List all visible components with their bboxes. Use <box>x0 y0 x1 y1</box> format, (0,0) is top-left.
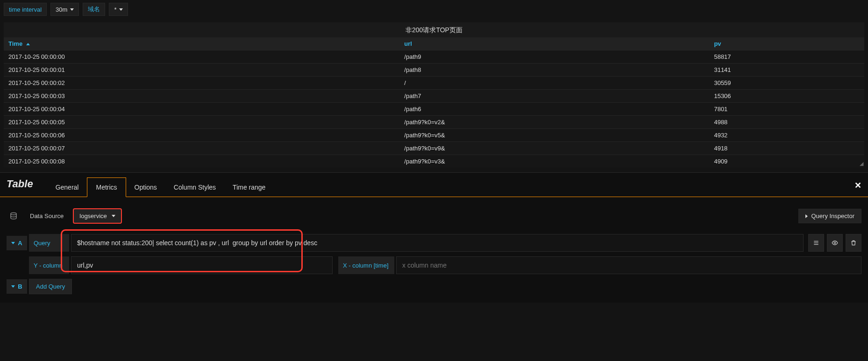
table-panel: 非200请求TOP页面 Time url pv 2017-10-25 00:00… <box>4 22 864 168</box>
cell-time: 2017-10-25 00:00:06 <box>4 129 399 142</box>
tab-column-styles[interactable]: Column Styles <box>165 178 224 197</box>
table-row[interactable]: 2017-10-25 00:00:02/30559 <box>4 77 864 90</box>
resize-handle-icon[interactable]: ◢ <box>860 161 863 167</box>
chevron-right-icon <box>805 214 808 218</box>
table-row[interactable]: 2017-10-25 00:00:04/path67801 <box>4 103 864 116</box>
cell-pv: 4988 <box>709 116 864 129</box>
chevron-down-icon <box>11 285 15 288</box>
database-icon <box>7 209 21 223</box>
query-row-b: B Add Query <box>7 279 861 294</box>
cell-time: 2017-10-25 00:00:01 <box>4 64 399 77</box>
cell-pv: 15306 <box>709 90 864 103</box>
query-label: Query <box>29 234 69 252</box>
value: * <box>114 6 116 13</box>
col-time[interactable]: Time <box>4 37 399 50</box>
var-time-interval-label[interactable]: time interval <box>4 3 47 16</box>
cell-url: /path9?k0=v5& <box>399 129 709 142</box>
table-row[interactable]: 2017-10-25 00:00:03/path715306 <box>4 90 864 103</box>
query-row-a-cols: Y - column X - column [time] <box>7 256 861 274</box>
trash-icon[interactable] <box>846 234 861 252</box>
table-row[interactable]: 2017-10-25 00:00:08/path9?k0=v3&4909 <box>4 155 864 168</box>
cell-url: /path7 <box>399 90 709 103</box>
add-query-button[interactable]: Add Query <box>29 279 72 294</box>
cell-time: 2017-10-25 00:00:04 <box>4 103 399 116</box>
cell-time: 2017-10-25 00:00:00 <box>4 50 399 64</box>
table-row[interactable]: 2017-10-25 00:00:06/path9?k0=v5&4932 <box>4 129 864 142</box>
var-time-interval-value[interactable]: 30m <box>50 3 79 16</box>
datasource-value: logservice <box>79 212 107 219</box>
query-toggle-a[interactable]: A <box>7 236 27 250</box>
cell-url: /path9?k0=v9& <box>399 142 709 155</box>
table-row[interactable]: 2017-10-25 00:00:00/path958817 <box>4 50 864 64</box>
col-pv[interactable]: pv <box>709 37 864 50</box>
query-input[interactable] <box>71 234 804 252</box>
cell-time: 2017-10-25 00:00:05 <box>4 116 399 129</box>
datasource-row: Data Source logservice Query Inspector <box>0 197 868 227</box>
cell-pv: 4909 <box>709 155 864 168</box>
value: 30m <box>56 6 67 13</box>
table-row[interactable]: 2017-10-25 00:00:05/path9?k0=v2&4988 <box>4 116 864 129</box>
cell-time: 2017-10-25 00:00:07 <box>4 142 399 155</box>
cell-pv: 30559 <box>709 77 864 90</box>
table-row[interactable]: 2017-10-25 00:00:01/path831141 <box>4 64 864 77</box>
cell-time: 2017-10-25 00:00:03 <box>4 90 399 103</box>
label: Query Inspector <box>811 212 855 219</box>
cell-pv: 4932 <box>709 129 864 142</box>
cell-pv: 31141 <box>709 64 864 77</box>
eye-icon[interactable] <box>827 234 843 252</box>
editor-tabs: Table General Metrics Options Column Sty… <box>0 173 868 197</box>
cell-url: /path8 <box>399 64 709 77</box>
table-header-row: Time url pv <box>4 37 864 50</box>
cell-url: /path9?k0=v3& <box>399 155 709 168</box>
datasource-select[interactable]: logservice <box>73 208 122 224</box>
cell-time: 2017-10-25 00:00:02 <box>4 77 399 90</box>
query-actions <box>808 234 861 252</box>
svg-point-4 <box>834 242 836 244</box>
letter: B <box>18 283 22 290</box>
query-rows: A Query Y - column X - column <box>0 227 868 303</box>
tab-metrics[interactable]: Metrics <box>87 177 126 197</box>
ycolumn-input[interactable] <box>71 256 333 274</box>
chevron-down-icon <box>119 8 123 11</box>
cell-pv: 4918 <box>709 142 864 155</box>
sort-asc-icon <box>26 43 30 45</box>
cell-url: / <box>399 77 709 90</box>
data-table: Time url pv 2017-10-25 00:00:00/path9588… <box>4 37 864 168</box>
var-hostname-label[interactable]: 域名 <box>83 3 105 16</box>
menu-icon[interactable] <box>808 234 824 252</box>
editor-title: Table <box>7 178 33 197</box>
close-icon[interactable]: ✕ <box>854 180 861 191</box>
cell-pv: 7801 <box>709 103 864 116</box>
label: time interval <box>9 6 42 13</box>
cell-url: /path9?k0=v2& <box>399 116 709 129</box>
cell-url: /path6 <box>399 103 709 116</box>
chevron-down-icon <box>70 8 74 11</box>
template-vars-toolbar: time interval 30m 域名 * <box>0 0 868 19</box>
query-row-a: A Query <box>7 234 861 252</box>
tab-time-range[interactable]: Time range <box>224 178 274 197</box>
tab-general[interactable]: General <box>47 178 87 197</box>
xcolumn-label: X - column [time] <box>338 256 394 274</box>
col-url[interactable]: url <box>399 37 709 50</box>
chevron-down-icon <box>11 242 15 244</box>
panel-title: 非200请求TOP页面 <box>4 22 864 37</box>
var-hostname-value[interactable]: * <box>109 3 128 16</box>
cell-time: 2017-10-25 00:00:08 <box>4 155 399 168</box>
cell-url: /path9 <box>399 50 709 64</box>
cell-pv: 58817 <box>709 50 864 64</box>
query-inspector-button[interactable]: Query Inspector <box>798 209 862 223</box>
svg-point-0 <box>11 212 16 215</box>
letter: A <box>18 240 22 247</box>
xcolumn-input[interactable] <box>396 256 861 274</box>
query-toggle-b[interactable]: B <box>7 279 27 294</box>
datasource-label: Data Source <box>27 212 66 219</box>
panel-editor: Table General Metrics Options Column Sty… <box>0 172 868 303</box>
label: 域名 <box>88 5 100 14</box>
chevron-down-icon <box>112 215 115 217</box>
table-row[interactable]: 2017-10-25 00:00:07/path9?k0=v9&4918 <box>4 142 864 155</box>
ycolumn-label: Y - column <box>29 256 69 274</box>
tab-options[interactable]: Options <box>126 178 165 197</box>
